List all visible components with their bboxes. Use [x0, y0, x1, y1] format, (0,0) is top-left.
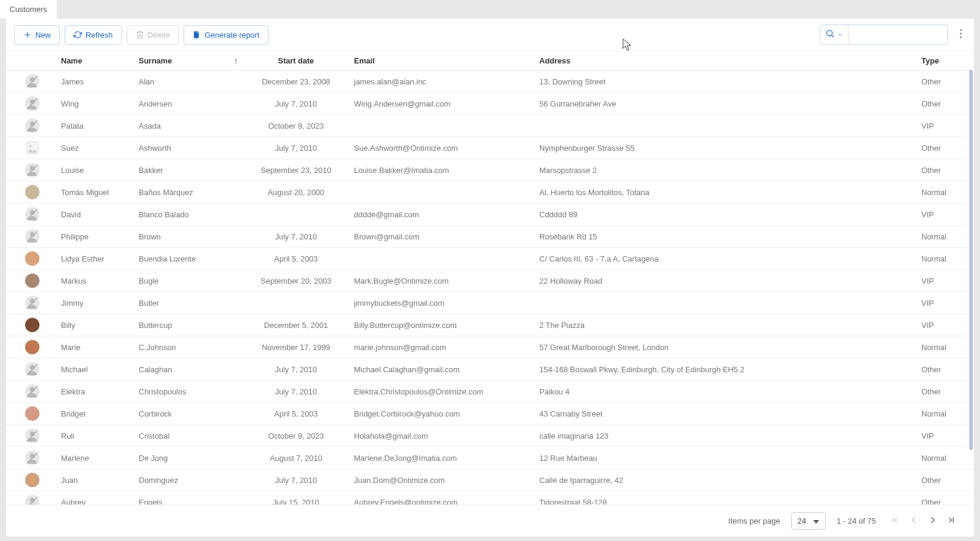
caret-down-icon [813, 516, 819, 525]
table-row[interactable]: MarleneDe JongAugust 7, 2010Marlene.DeJo… [6, 447, 974, 469]
header-type[interactable]: Type [914, 51, 974, 71]
table-row[interactable]: JamesAlanDecember 23, 2008james.alan@ala… [6, 71, 974, 93]
cell-address: Marsopstrasse 2 [532, 159, 914, 181]
last-page-button[interactable] [944, 512, 960, 530]
cell-name: James [54, 71, 132, 93]
cell-email: Sue.Ashworth@Ontimize.com [347, 137, 532, 159]
cell-name: Ruli [54, 425, 132, 447]
search-dropdown-trigger[interactable] [820, 25, 848, 44]
cell-address: 57 Great Marlborough Street, London [532, 336, 914, 358]
cell-name: Patata [54, 115, 132, 137]
cell-surname: Cristobal [132, 425, 245, 447]
table-row[interactable]: JimmyButlerjimmybuckets@gmail.comVIP [6, 292, 974, 314]
cell-type: Other [914, 93, 974, 115]
table-row[interactable]: DavidBlanco Baladodddde@gmail.comCddddd … [6, 203, 974, 226]
no-image-icon [25, 207, 39, 221]
cell-address [532, 115, 914, 137]
cell-email: jimmybuckets@gmail.com [347, 292, 532, 314]
generate-report-button[interactable]: Generate report [184, 25, 268, 45]
svg-point-2 [827, 31, 832, 36]
cell-name: Wing [54, 93, 132, 115]
cell-surname: Buttercup [132, 314, 245, 336]
cell-name: Jimmy [54, 292, 132, 314]
cell-email: Marlene.DeJong@Imatia.com [347, 447, 532, 469]
table-row[interactable]: MichaelCalaghanJuly 7, 2010Michael.Calag… [6, 358, 974, 381]
cell-surname: De Jong [132, 447, 245, 469]
cell-name: David [54, 203, 132, 226]
cell-email [347, 181, 532, 203]
cell-startdate [245, 292, 347, 314]
table-row[interactable]: Lidya EstherBuendia LorenteApril 5, 2003… [6, 248, 974, 270]
table-row[interactable]: MarkusBugleSeptember 20, 2003Mark.Bugle@… [6, 270, 974, 292]
cell-startdate: December 5, 2001 [245, 314, 347, 336]
no-image-icon [25, 384, 39, 399]
cell-type: VIP [914, 292, 974, 314]
cell-email: Juan.Dom@Ontimize.com [347, 469, 532, 491]
table-row[interactable]: ElektraChristopoulosJuly 7, 2010Elektra.… [6, 381, 974, 403]
main-panel: New Refresh Delete Generate report [6, 19, 974, 537]
cell-email: Mark.Bugle@Ontimize.com [347, 270, 532, 292]
cell-email: Aubrey.Engels@ontimize.com [347, 491, 532, 505]
table-row[interactable]: LouiseBakkerSeptember 23, 2010Louise.Bak… [6, 159, 974, 181]
no-image-icon [25, 362, 39, 376]
cell-address: 154-168 Boswall Pkwy, Edinburgh, City of… [532, 358, 914, 381]
header-name[interactable]: Name [54, 51, 132, 71]
cell-type: VIP [914, 203, 974, 226]
tab-customers[interactable]: Customers [0, 0, 57, 19]
no-image-icon [25, 96, 39, 111]
sort-asc-icon: ↑ [234, 56, 238, 66]
cell-startdate: September 23, 2010 [245, 159, 347, 181]
cell-surname: Alan [132, 71, 245, 93]
table-row[interactable]: PhilippeBrownJuly 7, 2010Brown@gmail.com… [6, 226, 974, 248]
delete-button-label: Delete [148, 31, 170, 39]
new-button[interactable]: New [14, 25, 60, 45]
cell-surname: C.Johnson [132, 336, 245, 358]
scrollbar[interactable] [969, 51, 973, 450]
cell-name: Michael [54, 358, 132, 381]
avatar [25, 406, 39, 421]
next-page-button[interactable] [925, 512, 941, 530]
items-per-page-select[interactable]: 24 [791, 512, 826, 530]
search-input[interactable] [848, 31, 947, 39]
svg-point-17 [29, 145, 32, 147]
cell-surname: Andersen [132, 93, 245, 115]
table-row[interactable]: JuanDominguezJuly 7, 2010Juan.Dom@Ontimi… [6, 469, 974, 491]
table-row[interactable]: SuezAshworthJuly 7, 2010Sue.Ashworth@Ont… [6, 137, 974, 159]
header-email[interactable]: Email [347, 51, 532, 71]
cell-startdate: April 5, 2003 [245, 248, 347, 270]
table-row[interactable]: PatataAsadaOctober 9, 2023VIP [6, 115, 974, 137]
new-button-label: New [35, 31, 51, 39]
table-row[interactable]: MarieC.JohnsonNovember 17, 1999marie.joh… [6, 336, 974, 358]
table-row[interactable]: BridgetCorbirockApril 5, 2003Bridget.Cor… [6, 403, 974, 425]
cell-type: Normal [914, 336, 974, 358]
cell-address: Rosebank Rd 15 [532, 226, 914, 248]
refresh-button[interactable]: Refresh [65, 25, 122, 45]
more-options-button[interactable] [956, 25, 966, 44]
header-startdate[interactable]: Start date [245, 51, 347, 71]
cell-type: Other [914, 159, 974, 181]
cell-address: Paikou 4 [532, 381, 914, 403]
cell-name: Lidya Esther [54, 248, 132, 270]
cell-surname: Calaghan [132, 358, 245, 381]
cell-address: 43 Carnaby Street [532, 403, 914, 425]
cell-type: VIP [914, 115, 974, 137]
no-image-icon [25, 74, 39, 89]
cell-address: C/ Carlos III, 63 - 7.a A, Cartagena [532, 248, 914, 270]
cell-startdate: July 7, 2010 [245, 381, 347, 403]
items-per-page-value: 24 [798, 516, 806, 525]
table-row[interactable]: RuliCristobalOctober 9, 2023Holahola@gma… [6, 425, 974, 447]
cell-type: Normal [914, 181, 974, 203]
header-address[interactable]: Address [532, 51, 914, 71]
toolbar: New Refresh Delete Generate report [6, 19, 974, 51]
cell-email [347, 248, 532, 270]
table-row[interactable]: WingAndersenJuly 7, 2010Wing.Andersen@gm… [6, 93, 974, 115]
refresh-button-label: Refresh [86, 31, 113, 39]
cell-address: 56 Gurranebraher Ave [532, 93, 914, 115]
table-row[interactable]: Tomás MiguelBaños MárquezAugust 20, 2000… [6, 181, 974, 203]
table-row[interactable]: AubreyEngelsJuly 15, 2010Aubrey.Engels@o… [6, 491, 974, 505]
cell-surname: Buendia Lorente [132, 248, 245, 270]
table-row[interactable]: BillyButtercupDecember 5, 2001Billy.Butt… [6, 314, 974, 336]
header-surname[interactable]: Surname ↑ [132, 51, 245, 71]
cell-type: Normal [914, 403, 974, 425]
cell-address: Al. Huerto los Mortolitos, Totana [532, 181, 914, 203]
